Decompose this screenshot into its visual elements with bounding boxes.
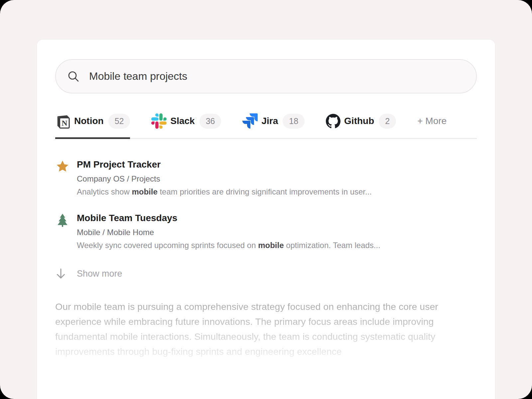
tab-jira-count: 18 [283,114,305,129]
show-more-button[interactable]: Show more [55,267,477,280]
search-icon [67,70,80,83]
result-body: Mobile Team Tuesdays Mobile / Mobile Hom… [77,212,380,250]
notion-icon: N [55,113,70,129]
tab-more-label: + More [417,116,447,126]
result-title: PM Project Tracker [77,159,372,170]
summary-paragraph: Our mobile team is pursuing a comprehens… [55,299,472,359]
screen-background: N Notion 52 Slack 36 [0,0,532,399]
tab-notion[interactable]: N Notion 52 [55,113,130,138]
tab-more[interactable]: + More [417,116,447,136]
tab-jira-label: Jira [261,116,278,126]
tab-slack[interactable]: Slack 36 [151,113,221,138]
search-input[interactable] [88,70,465,83]
slack-icon [151,113,167,129]
source-tabs: N Notion 52 Slack 36 [55,113,477,139]
tab-notion-label: Notion [74,116,104,126]
arrow-down-icon [55,267,77,280]
result-breadcrumb: Company OS / Projects [77,174,372,184]
result-mobile-team-tuesdays[interactable]: Mobile Team Tuesdays Mobile / Mobile Hom… [55,212,477,250]
tab-github-count: 2 [379,114,396,129]
result-snippet: Weekly sync covered upcoming sprints foc… [77,241,380,250]
tab-jira[interactable]: Jira 18 [242,113,305,138]
tree-icon [55,212,77,229]
tab-slack-label: Slack [170,116,195,126]
tab-slack-count: 36 [200,114,221,129]
github-icon [326,114,340,128]
result-snippet: Analytics show mobile team priorities ar… [77,187,372,197]
star-icon [55,159,77,175]
jira-icon [242,113,258,129]
search-results: PM Project Tracker Company OS / Projects… [55,159,477,250]
result-pm-project-tracker[interactable]: PM Project Tracker Company OS / Projects… [55,159,477,197]
tab-github-label: Github [344,116,374,126]
search-bar[interactable] [55,59,477,93]
tab-notion-count: 52 [108,114,130,129]
result-breadcrumb: Mobile / Mobile Home [77,228,380,237]
search-panel: N Notion 52 Slack 36 [37,39,495,399]
tab-github[interactable]: Github 2 [326,114,396,138]
result-body: PM Project Tracker Company OS / Projects… [77,159,372,197]
snippet-highlight: mobile [258,241,284,250]
result-title: Mobile Team Tuesdays [77,212,380,224]
snippet-highlight: mobile [132,187,157,196]
svg-text:N: N [62,119,67,127]
show-more-label: Show more [77,269,122,279]
